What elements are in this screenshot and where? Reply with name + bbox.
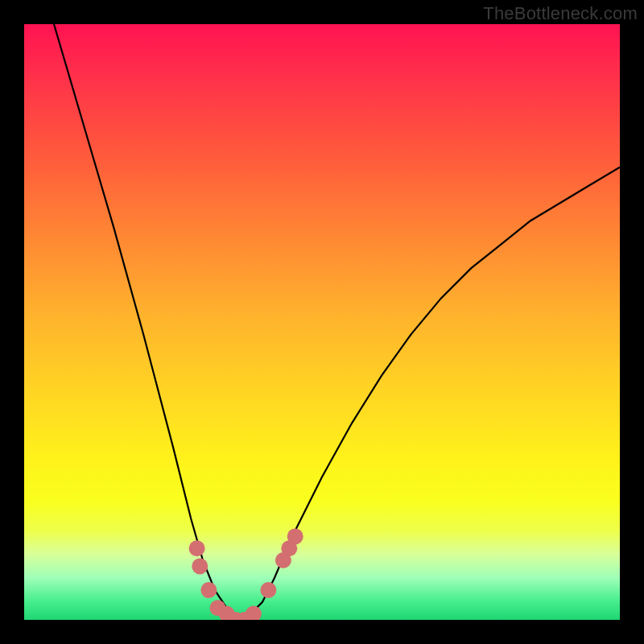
curve-marker — [246, 606, 262, 620]
curve-marker — [260, 582, 276, 598]
curve-marker — [200, 582, 217, 598]
bottleneck-curve — [54, 24, 620, 620]
chart-frame: TheBottleneck.com — [0, 0, 644, 644]
curve-marker — [219, 606, 235, 620]
curve-marker — [281, 540, 297, 556]
curve-markers — [189, 528, 303, 620]
curve-marker — [237, 612, 253, 620]
curve-marker — [210, 600, 226, 616]
curve-marker — [287, 528, 303, 544]
curve-marker — [189, 540, 205, 556]
chart-plot-area — [24, 24, 620, 620]
curve-marker — [192, 558, 208, 574]
curve-marker — [228, 612, 244, 620]
curve-marker — [275, 552, 291, 568]
chart-svg — [24, 24, 620, 620]
watermark-text: TheBottleneck.com — [483, 3, 638, 24]
